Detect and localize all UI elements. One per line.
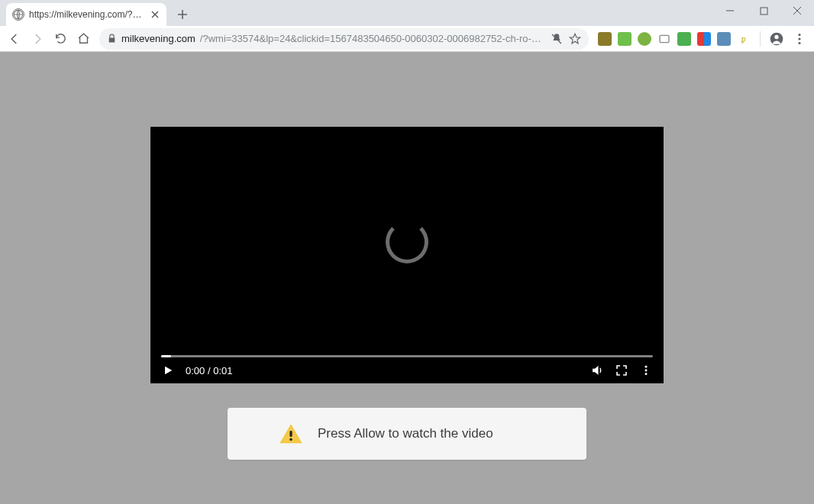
window-close-button[interactable]: [780, 0, 814, 21]
extension-icon[interactable]: ᵱ: [737, 32, 751, 46]
maximize-button[interactable]: [747, 0, 780, 21]
svg-point-5: [798, 33, 800, 35]
extension-icon[interactable]: [697, 32, 711, 46]
close-icon[interactable]: [150, 9, 160, 20]
extension-icon[interactable]: [598, 32, 612, 46]
svg-point-12: [289, 438, 292, 441]
svg-point-6: [798, 37, 800, 40]
extensions-row: ᵱ: [598, 32, 751, 46]
browser-tab[interactable]: https://milkevening.com/?wmi=: [6, 3, 166, 26]
tab-title: https://milkevening.com/?wmi=: [29, 9, 145, 20]
extension-icon[interactable]: [677, 32, 691, 46]
video-time-current: 0:00: [186, 365, 205, 376]
window-controls: [713, 0, 814, 23]
svg-rect-1: [761, 8, 767, 15]
video-time: 0:00 / 0:01: [186, 365, 232, 376]
minimize-button[interactable]: [713, 0, 747, 21]
browser-titlebar: https://milkevening.com/?wmi=: [0, 0, 814, 26]
video-progress-bar[interactable]: [161, 355, 653, 357]
globe-icon: [12, 8, 24, 21]
menu-button[interactable]: [790, 29, 809, 49]
video-menu-button[interactable]: [639, 363, 653, 377]
url-path: /?wmi=33574&lp=24&clickid=1567483504650-…: [200, 33, 546, 44]
new-tab-button[interactable]: [173, 5, 192, 24]
forward-button[interactable]: [27, 29, 47, 49]
banner-message: Press Allow to watch the video: [318, 426, 493, 441]
video-player[interactable]: 0:00 / 0:01: [150, 127, 664, 383]
svg-point-9: [645, 370, 648, 372]
svg-point-4: [774, 34, 778, 38]
extension-icon[interactable]: [657, 32, 671, 46]
video-time-total: 0:01: [213, 365, 232, 376]
svg-point-7: [798, 41, 800, 44]
svg-rect-11: [289, 431, 292, 437]
extension-icon[interactable]: [638, 32, 651, 46]
video-controls: 0:00 / 0:01: [161, 363, 653, 377]
extension-icon[interactable]: [618, 32, 631, 46]
address-bar[interactable]: milkevening.com/?wmi=33574&lp=24&clickid…: [99, 28, 589, 50]
toolbar-divider: [760, 31, 761, 47]
svg-point-10: [645, 373, 648, 375]
svg-rect-2: [660, 35, 669, 42]
extension-icon[interactable]: [717, 32, 731, 46]
volume-button[interactable]: [590, 363, 604, 377]
fullscreen-button[interactable]: [615, 363, 628, 377]
browser-toolbar: milkevening.com/?wmi=33574&lp=24&clickid…: [0, 26, 814, 52]
url-host: milkevening.com: [121, 33, 195, 44]
svg-point-0: [14, 10, 23, 19]
profile-button[interactable]: [767, 29, 787, 49]
reload-button[interactable]: [50, 29, 70, 49]
bookmark-star-icon[interactable]: [569, 33, 581, 45]
warning-icon: [279, 424, 302, 444]
svg-point-8: [645, 366, 648, 368]
play-button[interactable]: [161, 363, 175, 377]
allow-banner: Press Allow to watch the video: [228, 408, 586, 460]
home-button[interactable]: [73, 29, 93, 49]
back-button[interactable]: [5, 29, 24, 49]
page-content: 0:00 / 0:01 Press Allow to watch the vid…: [0, 52, 814, 504]
notification-muted-icon[interactable]: [551, 33, 563, 45]
lock-icon: [107, 34, 117, 44]
loading-spinner-icon: [386, 221, 428, 263]
